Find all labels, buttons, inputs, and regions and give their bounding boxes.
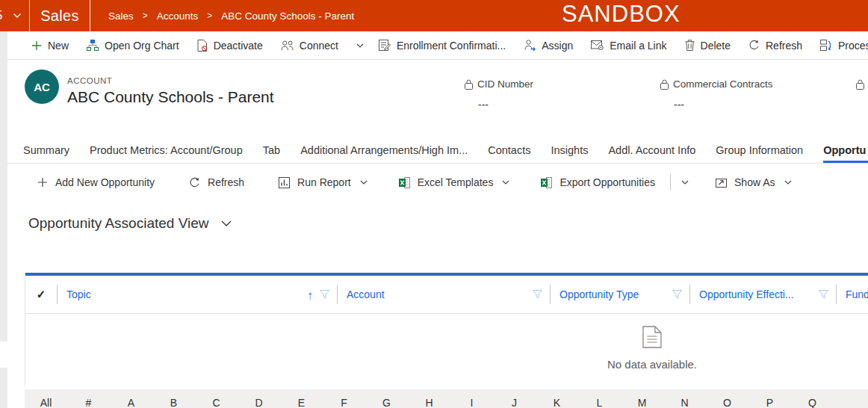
chevron-down-icon [221, 220, 232, 226]
chevron-down-icon[interactable] [13, 13, 22, 19]
tab-contacts[interactable]: Contacts [488, 144, 530, 163]
page-title: ABC County Schools - Parent [67, 88, 274, 106]
tab-summary[interactable]: Summary [23, 144, 69, 163]
plus-icon [31, 40, 42, 51]
sort-ascending-icon[interactable]: ↑ [308, 288, 314, 301]
open-org-chart-button[interactable]: Open Org Chart [78, 31, 188, 60]
jump-hash[interactable]: # [67, 397, 110, 408]
jump-letter[interactable]: Q [791, 397, 834, 408]
app-switcher-partial[interactable]: 5 [0, 0, 8, 31]
tab-additional-arrangements[interactable]: Additional Arrangements/High Im... [300, 144, 468, 163]
header-field-clipped: F - [856, 78, 868, 111]
entity-type-label: ACCOUNT [67, 76, 112, 85]
lock-icon [856, 79, 864, 90]
jump-letter[interactable]: H [408, 397, 450, 408]
tab-opportunities[interactable]: Opportu [823, 144, 868, 163]
process-button[interactable]: Process [811, 31, 868, 60]
delete-button[interactable]: Delete [676, 31, 740, 60]
export-opportunities-button[interactable]: Export Opportunities [530, 176, 666, 188]
column-header-topic[interactable]: Topic ↑ [57, 276, 337, 313]
main-content: New Open Org Chart Deactivate Connect En… [7, 31, 868, 408]
run-report-button[interactable]: Run Report [268, 176, 378, 188]
assign-person-icon [524, 40, 536, 51]
email-a-link-button[interactable]: Email a Link [582, 31, 675, 60]
chevron-down-icon [784, 180, 792, 185]
tab-insights[interactable]: Insights [551, 144, 588, 163]
jump-letter[interactable]: B [152, 397, 195, 408]
refresh-icon [189, 177, 200, 188]
deactivate-button[interactable]: Deactivate [188, 31, 272, 60]
jump-letter[interactable]: D [238, 397, 280, 408]
process-icon [820, 40, 832, 51]
jump-letter[interactable]: M [621, 397, 663, 408]
jump-letter[interactable]: P [748, 397, 791, 408]
chevron-down-icon [681, 180, 689, 185]
report-icon [279, 177, 290, 188]
trash-icon [685, 40, 695, 51]
column-header-account[interactable]: Account [337, 276, 550, 313]
field-value[interactable]: --- [478, 99, 651, 111]
alphabet-jump-bar: All # A B C D E F G H I J K L M N O P Q [25, 389, 868, 408]
jump-letter[interactable]: O [706, 397, 748, 408]
jump-letter[interactable]: N [663, 397, 706, 408]
tab-product-metrics[interactable]: Product Metrics: Account/Group [90, 144, 243, 163]
record-tabs: Summary Product Metrics: Account/Group T… [7, 138, 868, 164]
excel-export-icon [541, 177, 552, 188]
chevron-down-icon [502, 180, 509, 185]
breadcrumb-accounts[interactable]: Accounts [157, 10, 199, 22]
tab-addl-account-info[interactable]: Addl. Account Info [608, 144, 695, 163]
connect-button[interactable]: Connect [272, 31, 347, 60]
edit-document-icon [379, 40, 391, 51]
column-header-opportunity-type[interactable]: Opportunity Type [550, 276, 689, 313]
new-button[interactable]: New [22, 31, 78, 60]
jump-letter[interactable]: E [280, 397, 323, 408]
people-icon [281, 40, 294, 51]
view-selector[interactable]: Opportunity Associated View [7, 205, 868, 241]
top-navigation-bar: 5 Sales Sales > Accounts > ABC County Sc… [0, 0, 868, 31]
breadcrumb-separator: > [143, 10, 148, 21]
export-dropdown-chevron[interactable] [675, 180, 695, 185]
lock-icon [660, 79, 669, 90]
filter-icon[interactable] [819, 290, 828, 299]
select-all-checkbox[interactable]: ✓ [25, 276, 57, 313]
show-as-icon [716, 177, 727, 188]
tab-group-information[interactable]: Group Information [716, 144, 803, 163]
excel-icon [399, 177, 410, 188]
jump-letter[interactable]: J [493, 397, 536, 408]
breadcrumb-record[interactable]: ABC County Schools - Parent [221, 10, 354, 22]
jump-letter[interactable]: I [450, 397, 493, 408]
subgrid-refresh-button[interactable]: Refresh [179, 176, 255, 188]
column-header-opportunity-effective[interactable]: Opportunity Effecti... [689, 276, 836, 313]
filter-icon[interactable] [320, 290, 329, 299]
document-icon [642, 326, 662, 348]
tab-tab[interactable]: Tab [263, 144, 280, 163]
add-new-opportunity-button[interactable]: Add New Opportunity [27, 176, 165, 188]
excel-templates-button[interactable]: Excel Templates [388, 176, 521, 188]
assign-button[interactable]: Assign [515, 31, 582, 60]
jump-letter[interactable]: L [578, 397, 621, 408]
refresh-icon [748, 40, 760, 51]
enrollment-confirmation-button[interactable]: Enrollment Confirmati... [370, 31, 515, 60]
command-bar: New Open Org Chart Deactivate Connect En… [7, 31, 868, 60]
refresh-button[interactable]: Refresh [740, 31, 811, 60]
view-selector-label: Opportunity Associated View [28, 215, 209, 232]
filter-icon[interactable] [672, 290, 682, 299]
deactivate-icon [197, 40, 208, 52]
filter-icon[interactable] [533, 290, 542, 299]
column-header-funding[interactable]: Fundin [836, 276, 868, 313]
jump-letter[interactable]: G [365, 397, 408, 408]
jump-letter[interactable]: F [323, 397, 365, 408]
empty-message: No data available. [607, 358, 697, 371]
collapsed-sidebar-rail[interactable] [0, 31, 7, 408]
breadcrumb: Sales > Accounts > ABC County Schools - … [108, 10, 354, 22]
jump-letter[interactable]: K [536, 397, 578, 408]
jump-all[interactable]: All [25, 397, 67, 408]
app-name[interactable]: Sales [30, 7, 90, 25]
jump-letter[interactable]: A [110, 397, 152, 408]
jump-letter[interactable]: C [195, 397, 238, 408]
show-as-button[interactable]: Show As [705, 176, 802, 188]
connect-dropdown-chevron[interactable] [350, 31, 370, 60]
opportunity-grid: ✓ Topic ↑ Account Opportunity Type [25, 273, 868, 386]
field-value[interactable]: --- [674, 99, 847, 111]
breadcrumb-sales[interactable]: Sales [108, 10, 134, 22]
